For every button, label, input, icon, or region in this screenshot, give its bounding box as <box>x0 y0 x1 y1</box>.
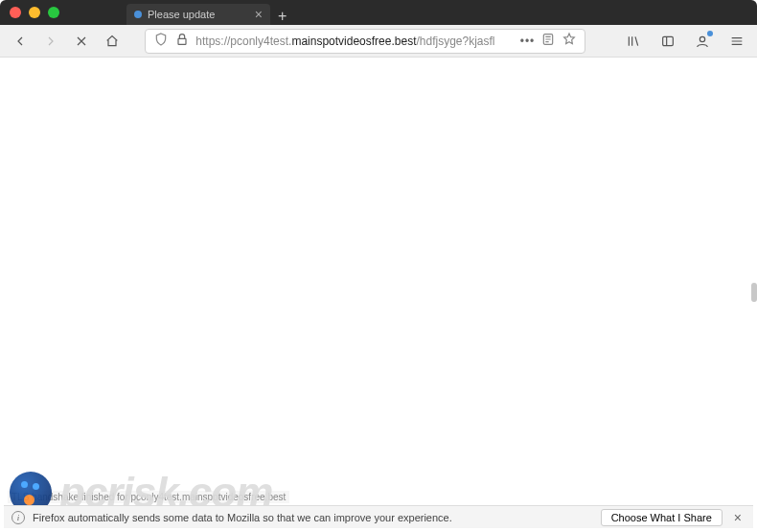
svg-rect-2 <box>663 36 674 45</box>
page-content <box>4 58 753 503</box>
close-notification-button[interactable]: × <box>730 510 746 525</box>
stop-reload-button[interactable] <box>69 29 94 54</box>
svg-rect-0 <box>178 38 186 44</box>
notification-bar: i Firefox automatically sends some data … <box>4 505 753 528</box>
close-tab-button[interactable]: × <box>255 8 263 21</box>
url-bar[interactable]: https://pconly4test.mainspotvideosfree.b… <box>145 29 585 54</box>
choose-share-button[interactable]: Choose What I Share <box>601 509 723 526</box>
reader-mode-icon[interactable] <box>540 32 556 50</box>
titlebar: Please update × + <box>0 0 757 25</box>
browser-tab[interactable]: Please update × <box>126 4 270 25</box>
traffic-lights <box>10 7 59 18</box>
loading-throbber-icon <box>134 11 142 18</box>
back-button[interactable] <box>8 29 33 54</box>
svg-point-3 <box>700 36 704 41</box>
page-actions-more[interactable]: ••• <box>520 35 536 48</box>
bookmark-star-icon[interactable] <box>562 32 577 50</box>
sidebar-icon[interactable] <box>655 29 680 54</box>
info-icon: i <box>11 511 25 524</box>
scrollbar-thumb[interactable] <box>751 283 757 302</box>
notification-text: Firefox automatically sends some data to… <box>33 512 452 523</box>
library-icon[interactable] <box>621 29 646 54</box>
minimize-window-button[interactable] <box>29 7 40 18</box>
menu-icon[interactable] <box>724 29 749 54</box>
status-bar: TLS handshake finished for pconly4test.m… <box>8 491 289 503</box>
tab-title: Please update <box>148 9 215 20</box>
forward-button[interactable] <box>38 29 63 54</box>
shield-icon <box>153 32 169 50</box>
status-text: TLS handshake finished for pconly4test.m… <box>11 492 286 502</box>
lock-icon <box>174 32 190 50</box>
url-text: https://pconly4test.mainspotvideosfree.b… <box>195 35 514 48</box>
new-tab-button[interactable]: + <box>270 8 294 25</box>
account-icon[interactable] <box>690 29 715 54</box>
toolbar: https://pconly4test.mainspotvideosfree.b… <box>0 25 757 58</box>
close-window-button[interactable] <box>10 7 21 18</box>
toolbar-right <box>621 29 749 54</box>
home-button[interactable] <box>100 29 125 54</box>
tab-strip: Please update × + <box>126 0 747 25</box>
maximize-window-button[interactable] <box>48 7 59 18</box>
